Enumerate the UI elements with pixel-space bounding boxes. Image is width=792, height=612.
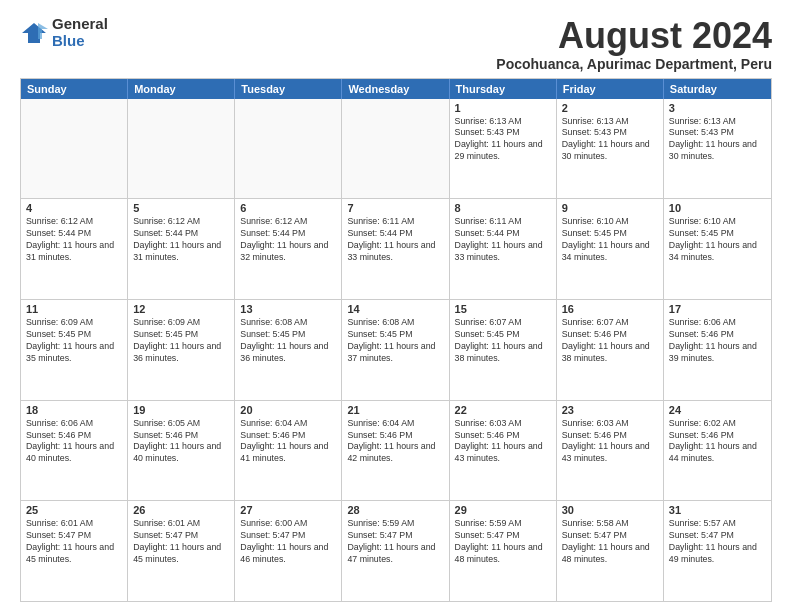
day-number: 22 bbox=[455, 404, 551, 416]
day-number: 26 bbox=[133, 504, 229, 516]
empty-cell bbox=[128, 99, 235, 199]
day-info: Sunrise: 6:05 AM Sunset: 5:46 PM Dayligh… bbox=[133, 418, 229, 466]
header-day-monday: Monday bbox=[128, 79, 235, 99]
day-cell-5: 5Sunrise: 6:12 AM Sunset: 5:44 PM Daylig… bbox=[128, 199, 235, 299]
day-cell-19: 19Sunrise: 6:05 AM Sunset: 5:46 PM Dayli… bbox=[128, 401, 235, 501]
day-info: Sunrise: 6:10 AM Sunset: 5:45 PM Dayligh… bbox=[562, 216, 658, 264]
day-number: 7 bbox=[347, 202, 443, 214]
calendar-row-4: 18Sunrise: 6:06 AM Sunset: 5:46 PM Dayli… bbox=[21, 400, 771, 501]
empty-cell bbox=[342, 99, 449, 199]
day-info: Sunrise: 6:09 AM Sunset: 5:45 PM Dayligh… bbox=[133, 317, 229, 365]
day-cell-15: 15Sunrise: 6:07 AM Sunset: 5:45 PM Dayli… bbox=[450, 300, 557, 400]
day-info: Sunrise: 5:59 AM Sunset: 5:47 PM Dayligh… bbox=[455, 518, 551, 566]
day-cell-6: 6Sunrise: 6:12 AM Sunset: 5:44 PM Daylig… bbox=[235, 199, 342, 299]
header-day-thursday: Thursday bbox=[450, 79, 557, 99]
day-number: 19 bbox=[133, 404, 229, 416]
logo-text: General Blue bbox=[52, 16, 108, 49]
day-cell-2: 2Sunrise: 6:13 AM Sunset: 5:43 PM Daylig… bbox=[557, 99, 664, 199]
day-info: Sunrise: 6:13 AM Sunset: 5:43 PM Dayligh… bbox=[562, 116, 658, 164]
header-day-wednesday: Wednesday bbox=[342, 79, 449, 99]
day-info: Sunrise: 6:03 AM Sunset: 5:46 PM Dayligh… bbox=[455, 418, 551, 466]
day-cell-20: 20Sunrise: 6:04 AM Sunset: 5:46 PM Dayli… bbox=[235, 401, 342, 501]
logo-blue-text: Blue bbox=[52, 33, 108, 50]
header-day-sunday: Sunday bbox=[21, 79, 128, 99]
day-info: Sunrise: 6:08 AM Sunset: 5:45 PM Dayligh… bbox=[347, 317, 443, 365]
day-info: Sunrise: 6:13 AM Sunset: 5:43 PM Dayligh… bbox=[669, 116, 766, 164]
main-title: August 2024 bbox=[496, 16, 772, 56]
day-info: Sunrise: 6:12 AM Sunset: 5:44 PM Dayligh… bbox=[26, 216, 122, 264]
day-number: 15 bbox=[455, 303, 551, 315]
day-info: Sunrise: 6:04 AM Sunset: 5:46 PM Dayligh… bbox=[347, 418, 443, 466]
day-number: 29 bbox=[455, 504, 551, 516]
calendar-row-3: 11Sunrise: 6:09 AM Sunset: 5:45 PM Dayli… bbox=[21, 299, 771, 400]
day-cell-16: 16Sunrise: 6:07 AM Sunset: 5:46 PM Dayli… bbox=[557, 300, 664, 400]
page: General Blue August 2024 Pocohuanca, Apu… bbox=[0, 0, 792, 612]
day-cell-28: 28Sunrise: 5:59 AM Sunset: 5:47 PM Dayli… bbox=[342, 501, 449, 601]
day-info: Sunrise: 6:08 AM Sunset: 5:45 PM Dayligh… bbox=[240, 317, 336, 365]
day-info: Sunrise: 6:11 AM Sunset: 5:44 PM Dayligh… bbox=[347, 216, 443, 264]
day-info: Sunrise: 5:57 AM Sunset: 5:47 PM Dayligh… bbox=[669, 518, 766, 566]
day-cell-14: 14Sunrise: 6:08 AM Sunset: 5:45 PM Dayli… bbox=[342, 300, 449, 400]
day-cell-22: 22Sunrise: 6:03 AM Sunset: 5:46 PM Dayli… bbox=[450, 401, 557, 501]
day-info: Sunrise: 6:12 AM Sunset: 5:44 PM Dayligh… bbox=[133, 216, 229, 264]
day-cell-7: 7Sunrise: 6:11 AM Sunset: 5:44 PM Daylig… bbox=[342, 199, 449, 299]
day-cell-26: 26Sunrise: 6:01 AM Sunset: 5:47 PM Dayli… bbox=[128, 501, 235, 601]
day-number: 13 bbox=[240, 303, 336, 315]
empty-cell bbox=[21, 99, 128, 199]
day-number: 8 bbox=[455, 202, 551, 214]
day-number: 4 bbox=[26, 202, 122, 214]
day-cell-4: 4Sunrise: 6:12 AM Sunset: 5:44 PM Daylig… bbox=[21, 199, 128, 299]
header-day-tuesday: Tuesday bbox=[235, 79, 342, 99]
day-cell-11: 11Sunrise: 6:09 AM Sunset: 5:45 PM Dayli… bbox=[21, 300, 128, 400]
day-info: Sunrise: 6:01 AM Sunset: 5:47 PM Dayligh… bbox=[133, 518, 229, 566]
day-cell-10: 10Sunrise: 6:10 AM Sunset: 5:45 PM Dayli… bbox=[664, 199, 771, 299]
header: General Blue August 2024 Pocohuanca, Apu… bbox=[20, 16, 772, 72]
calendar: SundayMondayTuesdayWednesdayThursdayFrid… bbox=[20, 78, 772, 602]
day-cell-12: 12Sunrise: 6:09 AM Sunset: 5:45 PM Dayli… bbox=[128, 300, 235, 400]
day-number: 31 bbox=[669, 504, 766, 516]
day-cell-23: 23Sunrise: 6:03 AM Sunset: 5:46 PM Dayli… bbox=[557, 401, 664, 501]
day-number: 25 bbox=[26, 504, 122, 516]
day-number: 20 bbox=[240, 404, 336, 416]
day-cell-25: 25Sunrise: 6:01 AM Sunset: 5:47 PM Dayli… bbox=[21, 501, 128, 601]
day-cell-1: 1Sunrise: 6:13 AM Sunset: 5:43 PM Daylig… bbox=[450, 99, 557, 199]
day-info: Sunrise: 6:10 AM Sunset: 5:45 PM Dayligh… bbox=[669, 216, 766, 264]
day-number: 23 bbox=[562, 404, 658, 416]
day-info: Sunrise: 6:02 AM Sunset: 5:46 PM Dayligh… bbox=[669, 418, 766, 466]
logo-general-text: General bbox=[52, 16, 108, 33]
calendar-header: SundayMondayTuesdayWednesdayThursdayFrid… bbox=[21, 79, 771, 99]
subtitle: Pocohuanca, Apurimac Department, Peru bbox=[496, 56, 772, 72]
header-day-friday: Friday bbox=[557, 79, 664, 99]
day-info: Sunrise: 6:09 AM Sunset: 5:45 PM Dayligh… bbox=[26, 317, 122, 365]
logo: General Blue bbox=[20, 16, 108, 49]
day-cell-18: 18Sunrise: 6:06 AM Sunset: 5:46 PM Dayli… bbox=[21, 401, 128, 501]
day-number: 28 bbox=[347, 504, 443, 516]
calendar-row-2: 4Sunrise: 6:12 AM Sunset: 5:44 PM Daylig… bbox=[21, 198, 771, 299]
day-cell-21: 21Sunrise: 6:04 AM Sunset: 5:46 PM Dayli… bbox=[342, 401, 449, 501]
day-info: Sunrise: 6:04 AM Sunset: 5:46 PM Dayligh… bbox=[240, 418, 336, 466]
title-section: August 2024 Pocohuanca, Apurimac Departm… bbox=[496, 16, 772, 72]
calendar-row-1: 1Sunrise: 6:13 AM Sunset: 5:43 PM Daylig… bbox=[21, 99, 771, 199]
day-info: Sunrise: 6:13 AM Sunset: 5:43 PM Dayligh… bbox=[455, 116, 551, 164]
day-number: 27 bbox=[240, 504, 336, 516]
day-cell-3: 3Sunrise: 6:13 AM Sunset: 5:43 PM Daylig… bbox=[664, 99, 771, 199]
day-cell-30: 30Sunrise: 5:58 AM Sunset: 5:47 PM Dayli… bbox=[557, 501, 664, 601]
day-info: Sunrise: 6:06 AM Sunset: 5:46 PM Dayligh… bbox=[26, 418, 122, 466]
day-info: Sunrise: 6:07 AM Sunset: 5:45 PM Dayligh… bbox=[455, 317, 551, 365]
calendar-row-5: 25Sunrise: 6:01 AM Sunset: 5:47 PM Dayli… bbox=[21, 500, 771, 601]
day-info: Sunrise: 6:03 AM Sunset: 5:46 PM Dayligh… bbox=[562, 418, 658, 466]
day-number: 6 bbox=[240, 202, 336, 214]
day-cell-8: 8Sunrise: 6:11 AM Sunset: 5:44 PM Daylig… bbox=[450, 199, 557, 299]
day-cell-9: 9Sunrise: 6:10 AM Sunset: 5:45 PM Daylig… bbox=[557, 199, 664, 299]
day-number: 5 bbox=[133, 202, 229, 214]
day-number: 9 bbox=[562, 202, 658, 214]
day-number: 21 bbox=[347, 404, 443, 416]
day-info: Sunrise: 6:12 AM Sunset: 5:44 PM Dayligh… bbox=[240, 216, 336, 264]
day-number: 3 bbox=[669, 102, 766, 114]
day-number: 11 bbox=[26, 303, 122, 315]
day-info: Sunrise: 6:11 AM Sunset: 5:44 PM Dayligh… bbox=[455, 216, 551, 264]
day-cell-31: 31Sunrise: 5:57 AM Sunset: 5:47 PM Dayli… bbox=[664, 501, 771, 601]
day-cell-29: 29Sunrise: 5:59 AM Sunset: 5:47 PM Dayli… bbox=[450, 501, 557, 601]
day-info: Sunrise: 6:01 AM Sunset: 5:47 PM Dayligh… bbox=[26, 518, 122, 566]
day-number: 12 bbox=[133, 303, 229, 315]
